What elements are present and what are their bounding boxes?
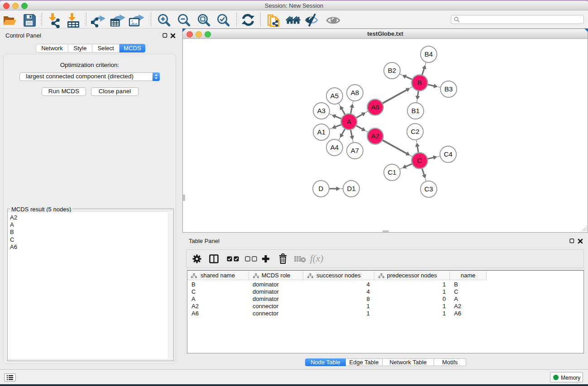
svg-text:A3: A3 [317,107,325,114]
svg-text:B4: B4 [425,50,433,58]
svg-text:A4: A4 [330,143,339,151]
svg-text:B2: B2 [388,67,396,74]
svg-text:A: A [347,118,351,125]
svg-text:C2: C2 [411,128,419,135]
svg-text:B1: B1 [411,107,420,114]
svg-text:D: D [319,185,324,192]
svg-text:A8: A8 [351,89,359,96]
svg-text:D1: D1 [347,185,355,192]
svg-text:B: B [417,79,422,86]
svg-text:A1: A1 [317,128,325,136]
svg-text:A2: A2 [371,132,379,140]
svg-text:A6: A6 [371,103,379,111]
svg-text:A7: A7 [351,147,359,154]
svg-text:C1: C1 [387,168,396,176]
svg-text:C3: C3 [424,185,433,193]
svg-text:C4: C4 [444,150,452,158]
svg-text:C: C [417,157,422,164]
svg-text:B3: B3 [445,85,453,93]
svg-text:A5: A5 [330,92,339,100]
